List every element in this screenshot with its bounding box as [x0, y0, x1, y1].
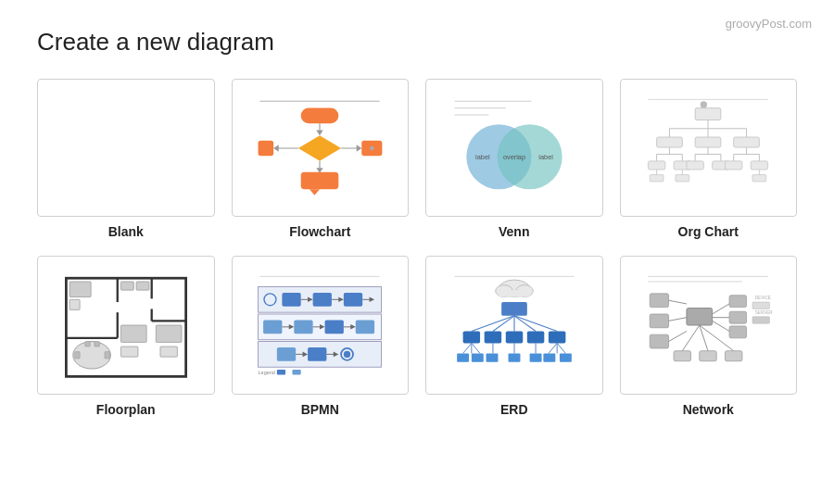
- svg-rect-145: [560, 353, 572, 361]
- svg-text:overlap: overlap: [503, 153, 525, 161]
- svg-rect-87: [313, 293, 332, 307]
- svg-line-149: [669, 300, 687, 304]
- card-erd[interactable]: ERD: [425, 256, 603, 416]
- svg-text:SERVER: SERVER: [755, 310, 774, 315]
- svg-rect-164: [674, 351, 690, 361]
- svg-rect-102: [356, 320, 374, 334]
- svg-line-163: [700, 325, 734, 351]
- svg-line-155: [713, 304, 729, 314]
- svg-line-138: [557, 343, 565, 353]
- svg-rect-25: [695, 107, 721, 120]
- svg-line-132: [472, 343, 480, 353]
- card-network[interactable]: DEVICE SERVER Network: [620, 256, 798, 416]
- label-erd: ERD: [500, 402, 528, 417]
- svg-rect-150: [650, 314, 668, 328]
- svg-point-26: [701, 101, 707, 107]
- label-flowchart: Flowchart: [289, 224, 350, 239]
- svg-rect-152: [650, 334, 668, 348]
- thumb-blank: [37, 79, 215, 217]
- svg-line-130: [462, 343, 471, 353]
- svg-rect-14: [259, 140, 274, 156]
- svg-rect-50: [726, 161, 742, 170]
- svg-line-153: [669, 331, 687, 341]
- svg-rect-10: [301, 172, 339, 189]
- svg-rect-143: [529, 353, 541, 361]
- label-blank: Blank: [108, 224, 144, 239]
- svg-rect-99: [325, 320, 344, 334]
- svg-rect-1: [301, 107, 339, 123]
- svg-rect-84: [283, 293, 301, 307]
- svg-rect-90: [344, 293, 362, 307]
- label-network: Network: [683, 402, 734, 417]
- svg-text:label: label: [475, 153, 490, 161]
- thumb-orgchart: [620, 79, 798, 217]
- svg-rect-159: [729, 311, 746, 323]
- svg-rect-66: [120, 282, 133, 290]
- svg-line-121: [493, 316, 514, 332]
- card-orgchart[interactable]: Org Chart: [620, 79, 798, 239]
- svg-line-120: [472, 316, 514, 332]
- svg-marker-13: [273, 145, 279, 151]
- svg-rect-119: [501, 302, 527, 316]
- svg-text:DEVICE: DEVICE: [755, 296, 771, 300]
- svg-marker-11: [310, 189, 320, 195]
- svg-rect-142: [508, 353, 520, 361]
- svg-rect-129: [549, 331, 565, 343]
- thumb-bpmn: Legend: [232, 256, 410, 394]
- svg-rect-32: [695, 137, 721, 147]
- svg-marker-6: [357, 145, 362, 151]
- svg-text:label: label: [538, 153, 553, 161]
- svg-rect-106: [308, 347, 326, 361]
- svg-marker-4: [298, 135, 341, 161]
- card-bpmn[interactable]: Legend BPMN: [232, 256, 410, 416]
- thumb-network: DEVICE SERVER: [620, 256, 798, 394]
- svg-rect-93: [263, 320, 282, 334]
- svg-line-136: [549, 343, 557, 353]
- svg-rect-56: [676, 174, 689, 181]
- svg-rect-96: [295, 320, 313, 334]
- svg-rect-166: [726, 351, 742, 361]
- svg-rect-54: [650, 174, 663, 181]
- svg-rect-141: [486, 353, 498, 361]
- svg-rect-70: [105, 352, 110, 359]
- svg-rect-58: [752, 174, 766, 181]
- label-orgchart: Org Chart: [678, 224, 739, 239]
- svg-line-124: [514, 316, 557, 332]
- svg-rect-30: [657, 137, 683, 147]
- diagram-grid: Blank: [37, 79, 797, 417]
- svg-rect-140: [472, 353, 484, 361]
- svg-rect-73: [120, 325, 146, 342]
- svg-line-157: [713, 321, 729, 331]
- svg-rect-64: [70, 282, 91, 297]
- svg-rect-67: [136, 282, 149, 290]
- svg-point-15: [370, 145, 374, 150]
- svg-rect-160: [729, 326, 746, 338]
- svg-rect-103: [277, 347, 296, 361]
- svg-rect-77: [116, 302, 120, 312]
- svg-rect-113: [293, 370, 301, 375]
- svg-rect-128: [527, 331, 544, 343]
- card-floorplan[interactable]: Floorplan: [37, 256, 215, 416]
- svg-rect-52: [751, 161, 767, 170]
- svg-rect-34: [734, 137, 760, 147]
- svg-point-110: [344, 351, 350, 358]
- svg-rect-71: [84, 342, 90, 347]
- svg-rect-44: [687, 161, 703, 170]
- card-blank[interactable]: Blank: [37, 79, 215, 239]
- svg-rect-158: [729, 296, 746, 308]
- thumb-erd: [425, 256, 603, 394]
- svg-rect-38: [649, 161, 665, 170]
- svg-rect-118: [499, 290, 529, 296]
- page-title: Create a new diagram: [37, 28, 797, 57]
- thumb-floorplan: [37, 256, 215, 394]
- svg-rect-78: [150, 298, 154, 309]
- svg-rect-74: [156, 325, 182, 342]
- label-bpmn: BPMN: [301, 402, 339, 417]
- svg-rect-65: [70, 299, 80, 309]
- svg-rect-139: [457, 353, 469, 361]
- card-venn[interactable]: label overlap label Venn: [425, 79, 603, 239]
- svg-line-162: [700, 325, 708, 351]
- svg-line-161: [683, 325, 700, 351]
- card-flowchart[interactable]: Flowchart: [232, 79, 410, 239]
- watermark: groovyPost.com: [726, 17, 812, 31]
